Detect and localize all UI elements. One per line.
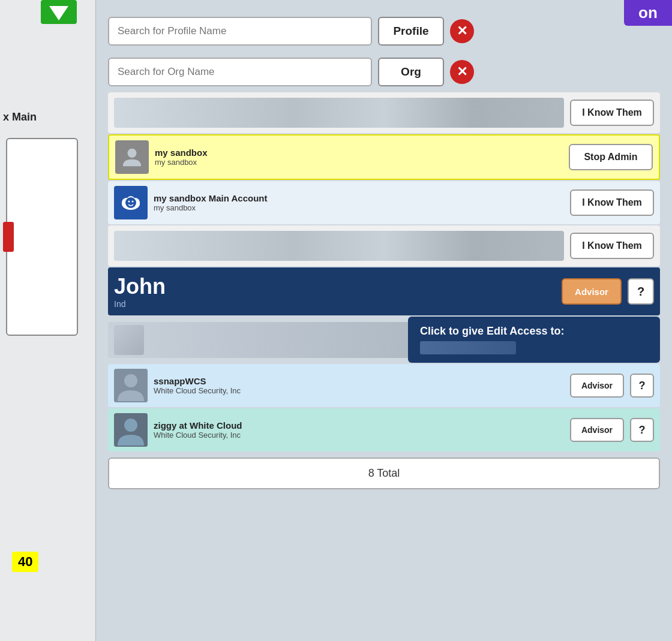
question-button-john[interactable]: ? — [628, 278, 654, 305]
ziggy-org: White Cloud Security, Inc — [154, 431, 564, 440]
svg-marker-0 — [49, 6, 68, 20]
org-sub: my sandbox — [154, 203, 564, 212]
svg-point-7 — [128, 201, 130, 203]
svg-point-6 — [125, 197, 136, 208]
ssnapp-name: ssnappWCS — [154, 376, 564, 386]
badge-count: 40 — [12, 552, 38, 572]
ziggy-list-item: ziggy at White Cloud White Cloud Securit… — [108, 408, 660, 452]
tooltip-popup: Click to give Edit Access to: — [408, 317, 660, 363]
svg-point-10 — [124, 374, 137, 387]
org-close-button[interactable]: ✕ — [450, 60, 474, 84]
org-search-input[interactable] — [108, 58, 372, 86]
advisor-button-ssnapp[interactable]: Advisor — [570, 374, 624, 398]
tooltip-avatar-placeholder — [114, 325, 144, 355]
advisor-button-john[interactable]: Advisor — [562, 278, 622, 305]
know-them-button[interactable]: I Know Them — [570, 100, 654, 126]
avatar — [114, 186, 148, 219]
ziggy-avatar — [114, 413, 148, 447]
ssnapp-avatar — [114, 369, 148, 402]
john-list-item: John Ind Advisor ? — [108, 267, 660, 315]
org-name: my sandbox Main Account — [154, 193, 564, 203]
avatar — [115, 140, 149, 174]
sidebar-box — [6, 138, 78, 336]
on-button[interactable]: on — [624, 0, 672, 26]
tooltip-row: Click to give Edit Access to: — [108, 317, 660, 363]
blurred-profile-info — [114, 98, 564, 128]
svg-point-1 — [127, 149, 136, 158]
ssnapp-list-item: ssnappWCS White Cloud Security, Inc Advi… — [108, 364, 660, 407]
profile-search-row: Profile ✕ — [96, 11, 672, 52]
total-label: 8 Total — [368, 467, 400, 479]
know-them-button-2[interactable]: I Know Them — [570, 189, 654, 216]
ziggy-name: ziggy at White Cloud — [154, 420, 564, 431]
sidebar-label: x Main — [3, 111, 37, 124]
question-button-ziggy[interactable]: ? — [630, 418, 654, 442]
left-sidebar: x Main 40 — [0, 0, 96, 641]
tooltip-blurred-name — [420, 341, 516, 354]
john-ind: Ind — [114, 299, 556, 309]
person-silhouette-icon — [121, 146, 143, 168]
profile-close-button[interactable]: ✕ — [450, 19, 474, 43]
tooltip-blurred-avatar — [108, 322, 408, 358]
org-list-item: my sandbox Main Account my sandbox I Kno… — [108, 181, 660, 224]
advisor-button-ziggy[interactable]: Advisor — [570, 418, 624, 442]
list-item: I Know Them — [108, 92, 660, 133]
org-search-row: Org ✕ — [96, 52, 672, 92]
sandbox-name: my sandbox — [155, 148, 563, 158]
sandbox-row-info: my sandbox my sandbox — [155, 148, 563, 167]
svg-point-12 — [124, 419, 137, 432]
know-them-button-3[interactable]: I Know Them — [570, 233, 654, 259]
svg-point-8 — [132, 201, 134, 203]
ziggy-row-info: ziggy at White Cloud White Cloud Securit… — [154, 420, 564, 440]
total-row: 8 Total — [108, 458, 660, 489]
list-section: I Know Them my sandbox my sandbox Stop A… — [108, 92, 660, 266]
profile-search-input[interactable] — [108, 17, 372, 46]
sandbox-list-item: my sandbox my sandbox Stop Admin — [108, 134, 660, 180]
sidebar-red-indicator — [3, 222, 14, 252]
profile-type-button[interactable]: Profile — [378, 17, 444, 46]
ssnapp-avatar-icon — [114, 369, 148, 402]
tooltip-text: Click to give Edit Access to: — [420, 325, 648, 338]
cloud-icon — [119, 191, 143, 215]
sandbox-sub: my sandbox — [155, 158, 563, 167]
blurred-profile-info-2 — [114, 231, 564, 261]
org-type-button[interactable]: Org — [378, 58, 444, 86]
question-button-ssnapp[interactable]: ? — [630, 374, 654, 398]
ssnapp-row-info: ssnappWCS White Cloud Security, Inc — [154, 376, 564, 395]
john-name: John — [114, 274, 556, 299]
list-item-2: I Know Them — [108, 225, 660, 266]
green-arrow-button[interactable] — [41, 0, 77, 24]
ziggy-avatar-icon — [114, 413, 148, 447]
main-content: on Profile ✕ Org ✕ I Know Them my sand — [96, 0, 672, 641]
org-row-info: my sandbox Main Account my sandbox — [154, 193, 564, 212]
stop-admin-button[interactable]: Stop Admin — [569, 144, 653, 170]
ssnapp-org: White Cloud Security, Inc — [154, 386, 564, 395]
